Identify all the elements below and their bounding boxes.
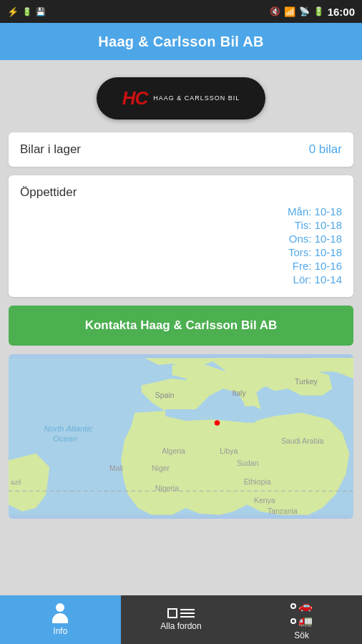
search-circle-2	[290, 618, 296, 624]
person-body	[52, 613, 68, 623]
hours-row-man: Mån: 10-18	[20, 205, 342, 218]
svg-text:Kenya: Kenya	[254, 497, 275, 504]
nav-label-alla-fordon: Alla fordon	[160, 621, 201, 631]
app-header: Haag & Carlsson Bil AB	[0, 23, 362, 60]
nav-item-info[interactable]: Info	[0, 595, 121, 644]
hours-ons: Ons: 10-18	[289, 233, 342, 245]
hours-row-ons: Ons: 10-18	[20, 233, 342, 245]
svg-point-18	[215, 420, 220, 426]
sok-row-2: 🚛	[290, 614, 313, 628]
svg-text:Sudan: Sudan	[237, 459, 258, 467]
svg-text:Italy: Italy	[232, 389, 246, 397]
svg-text:Mali: Mali	[109, 464, 123, 472]
oppettider-label: Öppettider	[20, 185, 342, 200]
car-icon-2: 🚛	[298, 614, 313, 628]
hours-lor: Lör: 10-14	[293, 273, 342, 286]
svg-text:Ocean: Ocean	[53, 434, 77, 443]
list-line-2	[180, 613, 195, 614]
hours-tors: Tors: 10-18	[288, 246, 342, 258]
person-head	[56, 603, 64, 612]
app-title: Haag & Carlsson Bil AB	[98, 34, 263, 50]
battery-full-icon: 🔋	[313, 6, 324, 16]
bilar-label: Bilar i lager	[20, 142, 81, 157]
hours-tis: Tis: 10-18	[295, 219, 342, 231]
bilar-count: 0 bilar	[309, 142, 342, 157]
hours-list: Mån: 10-18 Tis: 10-18 Ons: 10-18 Tors: 1…	[20, 205, 342, 286]
svg-text:Spain: Spain	[155, 391, 175, 399]
bilar-card[interactable]: Bilar i lager 0 bilar	[9, 132, 353, 167]
svg-text:North Atlantic: North Atlantic	[44, 424, 93, 433]
nav-item-sok[interactable]: 🚗 🚛 Sök	[241, 595, 362, 644]
hours-row-tors: Tors: 10-18	[20, 246, 342, 258]
search-circle-1	[290, 603, 296, 609]
svg-text:Ethiopia: Ethiopia	[244, 478, 271, 486]
wifi-icon: 📶	[284, 6, 295, 17]
nav-item-alla-fordon[interactable]: Alla fordon	[121, 595, 242, 644]
car-icon-1: 🚗	[298, 599, 313, 613]
sok-row-1: 🚗	[290, 599, 313, 613]
svg-text:Libya: Libya	[220, 447, 238, 455]
svg-text:Tanzania: Tanzania	[268, 507, 298, 515]
bottom-nav: Info Alla fordon 🚗 🚛 Sök	[0, 595, 362, 644]
hours-man: Mån: 10-18	[288, 205, 342, 218]
clock: 16:00	[328, 6, 355, 18]
status-left-icons: ⚡ 🔋 💾	[7, 6, 46, 17]
hours-fre: Fre: 10-16	[293, 260, 342, 272]
signal-icon: 📡	[299, 6, 310, 16]
list-line-3	[180, 616, 195, 618]
list-line-1	[180, 609, 195, 610]
list-box-icon	[167, 608, 177, 618]
svg-text:Niger: Niger	[152, 464, 170, 472]
status-bar: ⚡ 🔋 💾 🔇 📶 📡 🔋 16:00	[0, 0, 362, 23]
svg-text:Saudi Arabia: Saudi Arabia	[281, 437, 324, 445]
logo-container: HC HAAG & CARLSSON BIL	[9, 70, 353, 124]
map-container[interactable]: North Atlantic Ocean Algeria Libya Saudi…	[9, 354, 353, 519]
sok-icon: 🚗 🚛	[290, 599, 313, 628]
status-right-icons: 🔇 📶 📡 🔋 16:00	[270, 6, 355, 18]
nav-label-info: Info	[53, 626, 67, 636]
mute-icon: 🔇	[270, 6, 280, 16]
oppettider-card: Öppettider Mån: 10-18 Tis: 10-18 Ons: 10…	[9, 175, 353, 297]
person-icon	[50, 603, 70, 623]
main-content: HC HAAG & CARLSSON BIL Bilar i lager 0 b…	[0, 60, 362, 595]
map-svg: North Atlantic Ocean Algeria Libya Saudi…	[9, 354, 353, 519]
svg-text:azil: azil	[11, 478, 21, 486]
battery-icon: 🔋	[22, 7, 32, 16]
contact-button[interactable]: Kontakta Haag & Carlsson Bil AB	[9, 306, 353, 346]
logo-name: HAAG & CARLSSON BIL	[153, 94, 240, 103]
svg-text:Turkey: Turkey	[295, 378, 318, 386]
hours-row-lor: Lör: 10-14	[20, 273, 342, 286]
logo-initials: HC	[122, 87, 148, 109]
sd-icon: 💾	[36, 7, 46, 16]
nav-label-sok: Sök	[294, 630, 309, 640]
usb-icon: ⚡	[7, 6, 19, 17]
svg-text:Algeria: Algeria	[162, 447, 185, 455]
hours-row-fre: Fre: 10-16	[20, 260, 342, 272]
hours-row-tis: Tis: 10-18	[20, 219, 342, 231]
alla-fordon-icon	[167, 608, 195, 618]
logo-box: HC HAAG & CARLSSON BIL	[97, 77, 266, 119]
